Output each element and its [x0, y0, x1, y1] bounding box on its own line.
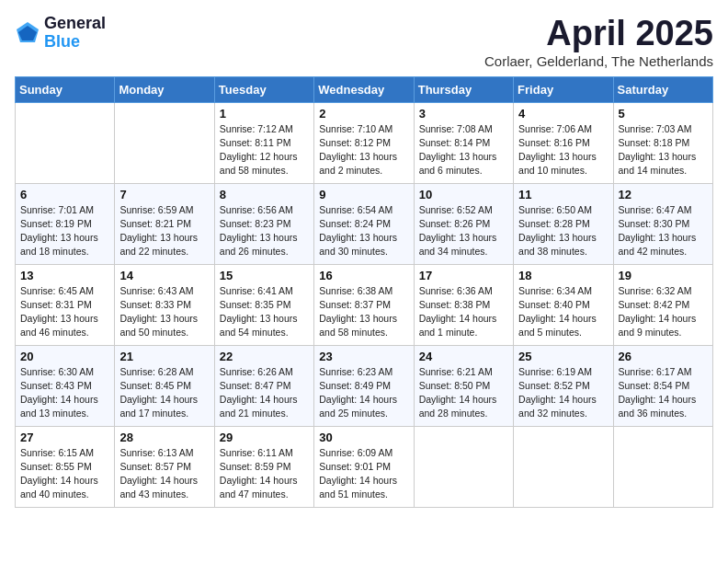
calendar-cell: 9Sunrise: 6:54 AM Sunset: 8:24 PM Daylig…	[314, 183, 414, 264]
day-number: 18	[518, 269, 608, 282]
weekday-header-wednesday: Wednesday	[314, 76, 414, 102]
weekday-header-saturday: Saturday	[613, 76, 712, 102]
day-number: 28	[119, 431, 209, 444]
day-number: 3	[419, 107, 508, 121]
calendar-cell: 3Sunrise: 7:08 AM Sunset: 8:14 PM Daylig…	[414, 102, 513, 183]
day-info: Sunrise: 6:34 AM Sunset: 8:40 PM Dayligh…	[518, 284, 608, 340]
day-info: Sunrise: 6:59 AM Sunset: 8:21 PM Dayligh…	[119, 203, 209, 259]
calendar-cell	[514, 426, 613, 507]
calendar-cell: 28Sunrise: 6:13 AM Sunset: 8:57 PM Dayli…	[115, 426, 214, 507]
day-info: Sunrise: 6:54 AM Sunset: 8:24 PM Dayligh…	[319, 203, 408, 259]
weekday-header-tuesday: Tuesday	[214, 76, 313, 102]
weekday-header-thursday: Thursday	[414, 76, 513, 102]
calendar-cell: 5Sunrise: 7:03 AM Sunset: 8:18 PM Daylig…	[613, 102, 712, 183]
calendar-cell: 21Sunrise: 6:28 AM Sunset: 8:45 PM Dayli…	[115, 345, 214, 426]
calendar-cell: 11Sunrise: 6:50 AM Sunset: 8:28 PM Dayli…	[514, 183, 613, 264]
weekday-header-friday: Friday	[514, 76, 613, 102]
calendar-cell: 27Sunrise: 6:15 AM Sunset: 8:55 PM Dayli…	[16, 426, 115, 507]
logo-blue-text: Blue	[44, 33, 106, 52]
day-number: 25	[518, 350, 608, 363]
day-number: 1	[220, 107, 309, 121]
weekday-header-monday: Monday	[115, 76, 214, 102]
calendar-cell: 15Sunrise: 6:41 AM Sunset: 8:35 PM Dayli…	[214, 264, 313, 345]
calendar-cell: 1Sunrise: 7:12 AM Sunset: 8:11 PM Daylig…	[214, 102, 313, 183]
calendar-cell: 30Sunrise: 6:09 AM Sunset: 9:01 PM Dayli…	[314, 426, 414, 507]
calendar-week-4: 20Sunrise: 6:30 AM Sunset: 8:43 PM Dayli…	[16, 345, 713, 426]
day-info: Sunrise: 7:06 AM Sunset: 8:16 PM Dayligh…	[518, 122, 608, 178]
day-info: Sunrise: 6:15 AM Sunset: 8:55 PM Dayligh…	[20, 446, 109, 502]
day-info: Sunrise: 6:36 AM Sunset: 8:38 PM Dayligh…	[419, 284, 508, 340]
calendar-cell: 19Sunrise: 6:32 AM Sunset: 8:42 PM Dayli…	[613, 264, 712, 345]
day-number: 5	[619, 107, 708, 121]
day-info: Sunrise: 6:19 AM Sunset: 8:52 PM Dayligh…	[518, 365, 608, 421]
month-title: April 2025	[484, 15, 713, 53]
calendar-cell: 25Sunrise: 6:19 AM Sunset: 8:52 PM Dayli…	[514, 345, 613, 426]
day-number: 2	[319, 107, 408, 121]
logo-icon	[15, 20, 40, 46]
calendar-cell	[16, 102, 115, 183]
logo-general-text: General	[44, 15, 106, 33]
day-info: Sunrise: 6:45 AM Sunset: 8:31 PM Dayligh…	[20, 284, 109, 340]
day-info: Sunrise: 6:41 AM Sunset: 8:35 PM Dayligh…	[220, 284, 309, 340]
day-number: 20	[20, 350, 109, 363]
day-number: 26	[619, 350, 708, 363]
day-number: 15	[220, 269, 309, 282]
calendar-cell: 18Sunrise: 6:34 AM Sunset: 8:40 PM Dayli…	[514, 264, 613, 345]
day-info: Sunrise: 6:32 AM Sunset: 8:42 PM Dayligh…	[619, 284, 708, 340]
logo: General Blue	[15, 15, 106, 52]
day-info: Sunrise: 6:13 AM Sunset: 8:57 PM Dayligh…	[119, 446, 209, 502]
day-info: Sunrise: 6:43 AM Sunset: 8:33 PM Dayligh…	[119, 284, 209, 340]
calendar-week-1: 1Sunrise: 7:12 AM Sunset: 8:11 PM Daylig…	[16, 102, 713, 183]
calendar-cell: 26Sunrise: 6:17 AM Sunset: 8:54 PM Dayli…	[613, 345, 712, 426]
day-number: 21	[119, 350, 209, 363]
day-info: Sunrise: 6:26 AM Sunset: 8:47 PM Dayligh…	[220, 365, 309, 421]
day-info: Sunrise: 6:52 AM Sunset: 8:26 PM Dayligh…	[419, 203, 508, 259]
day-number: 4	[518, 107, 608, 121]
day-info: Sunrise: 6:21 AM Sunset: 8:50 PM Dayligh…	[419, 365, 508, 421]
weekday-header-sunday: Sunday	[16, 76, 115, 102]
calendar-cell: 29Sunrise: 6:11 AM Sunset: 8:59 PM Dayli…	[214, 426, 313, 507]
day-info: Sunrise: 6:17 AM Sunset: 8:54 PM Dayligh…	[619, 365, 708, 421]
calendar-cell: 20Sunrise: 6:30 AM Sunset: 8:43 PM Dayli…	[16, 345, 115, 426]
calendar-cell: 24Sunrise: 6:21 AM Sunset: 8:50 PM Dayli…	[414, 345, 513, 426]
calendar-cell: 7Sunrise: 6:59 AM Sunset: 8:21 PM Daylig…	[115, 183, 214, 264]
day-number: 23	[319, 350, 408, 363]
calendar-cell: 22Sunrise: 6:26 AM Sunset: 8:47 PM Dayli…	[214, 345, 313, 426]
day-number: 11	[518, 188, 608, 201]
day-number: 9	[319, 188, 408, 201]
day-number: 14	[119, 269, 209, 282]
calendar-week-2: 6Sunrise: 7:01 AM Sunset: 8:19 PM Daylig…	[16, 183, 713, 264]
page-header: General Blue April 2025 Corlaer, Gelderl…	[15, 15, 713, 69]
title-block: April 2025 Corlaer, Gelderland, The Neth…	[484, 15, 713, 69]
calendar-cell: 12Sunrise: 6:47 AM Sunset: 8:30 PM Dayli…	[613, 183, 712, 264]
day-number: 12	[619, 188, 708, 201]
day-info: Sunrise: 6:50 AM Sunset: 8:28 PM Dayligh…	[518, 203, 608, 259]
day-info: Sunrise: 6:28 AM Sunset: 8:45 PM Dayligh…	[119, 365, 209, 421]
calendar-week-3: 13Sunrise: 6:45 AM Sunset: 8:31 PM Dayli…	[16, 264, 713, 345]
day-info: Sunrise: 6:47 AM Sunset: 8:30 PM Dayligh…	[619, 203, 708, 259]
day-info: Sunrise: 6:38 AM Sunset: 8:37 PM Dayligh…	[319, 284, 408, 340]
day-number: 24	[419, 350, 508, 363]
calendar-cell: 2Sunrise: 7:10 AM Sunset: 8:12 PM Daylig…	[314, 102, 414, 183]
calendar-cell	[115, 102, 214, 183]
day-number: 7	[119, 188, 209, 201]
calendar-cell: 4Sunrise: 7:06 AM Sunset: 8:16 PM Daylig…	[514, 102, 613, 183]
day-info: Sunrise: 6:23 AM Sunset: 8:49 PM Dayligh…	[319, 365, 408, 421]
logo-text: General Blue	[44, 15, 106, 52]
calendar-cell	[414, 426, 513, 507]
calendar-cell: 6Sunrise: 7:01 AM Sunset: 8:19 PM Daylig…	[16, 183, 115, 264]
day-info: Sunrise: 6:56 AM Sunset: 8:23 PM Dayligh…	[220, 203, 309, 259]
day-number: 22	[220, 350, 309, 363]
day-info: Sunrise: 6:30 AM Sunset: 8:43 PM Dayligh…	[20, 365, 109, 421]
day-number: 17	[419, 269, 508, 282]
day-number: 27	[20, 431, 109, 444]
calendar-cell: 16Sunrise: 6:38 AM Sunset: 8:37 PM Dayli…	[314, 264, 414, 345]
calendar-cell: 14Sunrise: 6:43 AM Sunset: 8:33 PM Dayli…	[115, 264, 214, 345]
day-info: Sunrise: 7:08 AM Sunset: 8:14 PM Dayligh…	[419, 122, 508, 178]
calendar-cell: 17Sunrise: 6:36 AM Sunset: 8:38 PM Dayli…	[414, 264, 513, 345]
calendar-cell: 13Sunrise: 6:45 AM Sunset: 8:31 PM Dayli…	[16, 264, 115, 345]
calendar-cell: 10Sunrise: 6:52 AM Sunset: 8:26 PM Dayli…	[414, 183, 513, 264]
day-info: Sunrise: 7:10 AM Sunset: 8:12 PM Dayligh…	[319, 122, 408, 178]
calendar-week-5: 27Sunrise: 6:15 AM Sunset: 8:55 PM Dayli…	[16, 426, 713, 507]
day-number: 10	[419, 188, 508, 201]
